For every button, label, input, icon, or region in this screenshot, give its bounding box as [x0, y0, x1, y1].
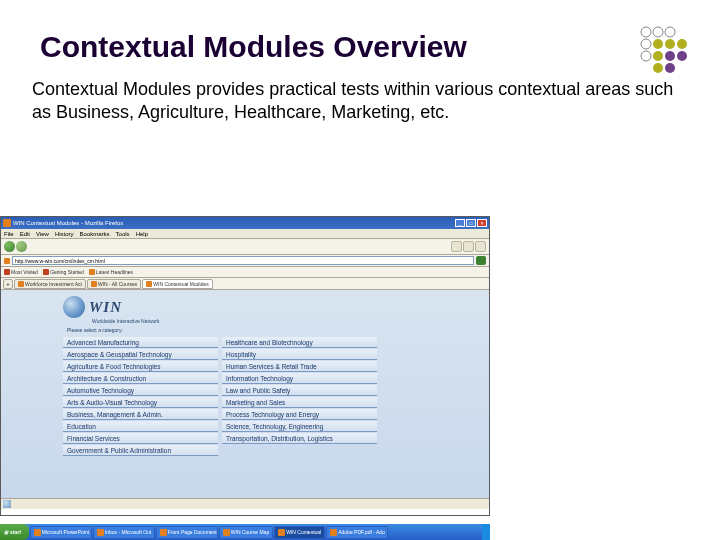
category-link[interactable]: Financial Services [63, 433, 218, 444]
menu-edit[interactable]: Edit [20, 231, 30, 237]
category-link[interactable]: Agriculture & Food Technologies [63, 361, 218, 372]
stop-button[interactable] [463, 241, 474, 252]
category-link[interactable]: Marketing and Sales [222, 397, 377, 408]
svg-point-10 [665, 51, 675, 61]
brand-logo-text: WIN [89, 299, 122, 316]
reload-button[interactable] [451, 241, 462, 252]
link-label: Getting Started [50, 269, 84, 275]
svg-point-0 [641, 27, 651, 37]
tab-bar: + Workforce Investment Act WIN - All Cou… [1, 278, 489, 290]
category-link[interactable]: Business, Management & Admin. [63, 409, 218, 420]
category-link[interactable]: Arts & Audio-Visual Technology [63, 397, 218, 408]
tab-3-active[interactable]: WIN Contextual Modules [142, 279, 212, 289]
svg-point-7 [677, 39, 687, 49]
task-label: WIN Course Map [231, 529, 269, 535]
getting-started-link[interactable]: Getting Started [43, 269, 84, 275]
app-icon [330, 529, 337, 536]
bookmark-icon [4, 269, 10, 275]
taskbar-item[interactable]: Inbox - Microsoft Out [93, 526, 155, 539]
category-link[interactable]: Architecture & Construction [63, 373, 218, 384]
svg-point-12 [665, 63, 675, 73]
maximize-button[interactable]: □ [466, 219, 476, 227]
tab-label: WIN Contextual Modules [153, 281, 208, 287]
menu-file[interactable]: File [4, 231, 14, 237]
category-link[interactable]: Government & Public Administration [63, 445, 218, 456]
category-link[interactable]: Law and Public Safety [222, 385, 377, 396]
menu-bar: File Edit View History Bookmarks Tools H… [1, 229, 489, 239]
forward-button[interactable] [16, 241, 27, 252]
category-link[interactable]: Education [63, 421, 218, 432]
most-visited-link[interactable]: Most Visited [4, 269, 38, 275]
category-link[interactable]: Human Services & Retail Trade [222, 361, 377, 372]
svg-point-8 [653, 51, 663, 61]
app-icon [278, 529, 285, 536]
system-tray[interactable] [482, 524, 490, 540]
start-label: start [10, 529, 21, 535]
menu-tools[interactable]: Tools [116, 231, 130, 237]
new-tab-button[interactable]: + [3, 279, 13, 289]
category-link[interactable]: Science, Technology, Engineering [222, 421, 377, 432]
tab-icon [91, 281, 97, 287]
brand-subtitle: Worldwide Interactive Network [1, 318, 489, 324]
status-bar [1, 498, 489, 509]
task-label: Adobe PDF.pdf - Ado [338, 529, 385, 535]
task-label: Front Page Document [168, 529, 217, 535]
taskbar-item[interactable]: Front Page Document [156, 526, 218, 539]
menu-history[interactable]: History [55, 231, 74, 237]
page-content: WIN Worldwide Interactive Network Please… [1, 290, 489, 498]
windows-taskbar: ⊞ start Microsoft PowerPoint Inbox - Mic… [0, 524, 490, 540]
windows-logo-icon: ⊞ [4, 529, 8, 535]
taskbar-item[interactable]: Adobe PDF.pdf - Ado [326, 526, 388, 539]
category-link[interactable]: Hospitality [222, 349, 377, 360]
tab-icon [18, 281, 24, 287]
category-link[interactable]: Automotive Technology [63, 385, 218, 396]
window-title: WIN Contextual Modules - Mozilla Firefox [13, 220, 123, 226]
page-icon [4, 258, 10, 264]
svg-point-6 [665, 39, 675, 49]
category-link[interactable]: Process Technology and Energy [222, 409, 377, 420]
taskbar-item-active[interactable]: WIN Contextual [274, 526, 325, 539]
category-link[interactable]: Transportation, Distribution, Logistics [222, 433, 377, 444]
category-link[interactable]: Information Technology [222, 373, 377, 384]
taskbar-item[interactable]: Microsoft PowerPoint [30, 526, 92, 539]
back-button[interactable] [4, 241, 15, 252]
svg-point-1 [653, 27, 663, 37]
status-icon [3, 500, 11, 508]
window-titlebar[interactable]: WIN Contextual Modules - Mozilla Firefox… [1, 217, 489, 229]
category-column-1: Advanced Manufacturing Aerospace & Geosp… [63, 337, 218, 456]
tab-icon [146, 281, 152, 287]
category-link[interactable]: Advanced Manufacturing [63, 337, 218, 348]
menu-view[interactable]: View [36, 231, 49, 237]
minimize-button[interactable]: _ [455, 219, 465, 227]
svg-point-4 [641, 51, 651, 61]
menu-help[interactable]: Help [136, 231, 148, 237]
app-icon [97, 529, 104, 536]
browser-window: WIN Contextual Modules - Mozilla Firefox… [0, 216, 490, 516]
tab-2[interactable]: WIN - All Courses [87, 279, 141, 289]
task-label: WIN Contextual [286, 529, 321, 535]
slide-title: Contextual Modules Overview [0, 0, 720, 78]
nav-toolbar [1, 239, 489, 255]
go-button[interactable] [476, 256, 486, 265]
svg-point-5 [653, 39, 663, 49]
svg-point-11 [677, 51, 687, 61]
category-link[interactable]: Healthcare and Biotechnology [222, 337, 377, 348]
menu-bookmarks[interactable]: Bookmarks [80, 231, 110, 237]
task-label: Microsoft PowerPoint [42, 529, 89, 535]
close-button[interactable]: × [477, 219, 487, 227]
home-button[interactable] [475, 241, 486, 252]
tab-1[interactable]: Workforce Investment Act [14, 279, 86, 289]
category-column-2: Healthcare and Biotechnology Hospitality… [222, 337, 377, 456]
address-bar[interactable]: http://www.w-win.com/cm/index_cm.html [12, 256, 474, 265]
url-text: http://www.w-win.com/cm/index_cm.html [15, 258, 105, 264]
firefox-icon [3, 219, 11, 227]
bookmark-icon [43, 269, 49, 275]
app-icon [160, 529, 167, 536]
task-label: Inbox - Microsoft Out [105, 529, 151, 535]
svg-point-2 [665, 27, 675, 37]
latest-headlines-link[interactable]: Latest Headlines [89, 269, 133, 275]
taskbar-item[interactable]: WIN Course Map [219, 526, 273, 539]
app-icon [223, 529, 230, 536]
start-button[interactable]: ⊞ start [0, 524, 29, 540]
category-link[interactable]: Aerospace & Geospatial Technology [63, 349, 218, 360]
